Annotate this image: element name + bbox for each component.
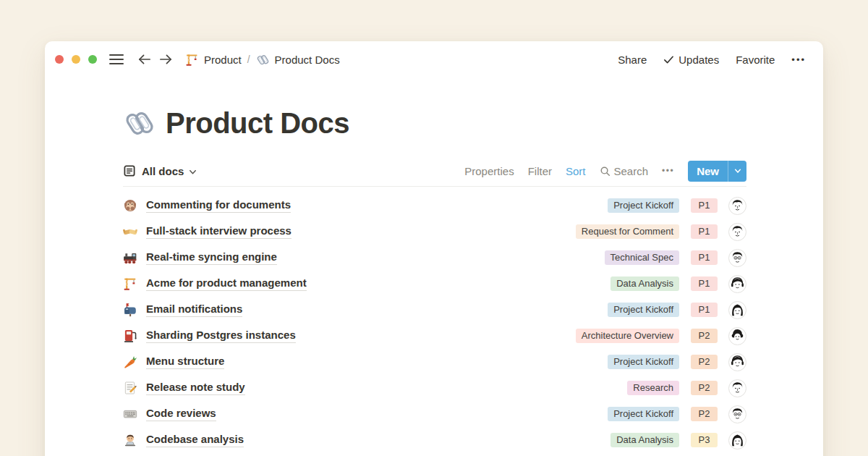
table-row[interactable]: Menu structure Project Kickoff P2 — [123, 349, 746, 375]
doc-tag[interactable]: Data Analysis — [610, 433, 679, 447]
new-button[interactable]: New — [688, 161, 746, 182]
doc-tag[interactable]: Research — [627, 381, 679, 395]
page-header: Product Docs — [123, 106, 746, 140]
doc-priority[interactable]: P3 — [691, 433, 718, 447]
doc-priority[interactable]: P1 — [691, 276, 718, 291]
doc-tag[interactable]: Project Kickoff — [608, 198, 679, 213]
page-content: Product Docs All docs Properties Filter … — [45, 106, 823, 453]
doc-tag[interactable]: Project Kickoff — [608, 355, 679, 369]
doc-priority[interactable]: P1 — [691, 224, 718, 239]
view-switcher-all-docs[interactable]: All docs — [123, 164, 197, 177]
table-row[interactable]: Release note study Research P2 — [123, 375, 746, 401]
table-row[interactable]: Sharding Postgres instances Architecture… — [123, 323, 746, 349]
more-options-icon[interactable]: ••• — [791, 54, 806, 65]
chevron-down-icon — [734, 167, 741, 174]
docs-table-body: Commenting for documents Project Kickoff… — [123, 193, 746, 453]
updates-label: Updates — [678, 54, 719, 66]
table-row[interactable]: Code reviews Project Kickoff P2 — [123, 401, 746, 427]
doc-title[interactable]: Codebase analysis — [146, 433, 244, 447]
doc-title[interactable]: Email notifications — [146, 303, 242, 317]
doc-priority[interactable]: P2 — [691, 407, 718, 421]
table-row[interactable]: Acme for product management Data Analysi… — [123, 271, 746, 297]
favorite-button[interactable]: Favorite — [736, 54, 775, 66]
doc-priority[interactable]: P2 — [691, 355, 718, 369]
forward-arrow-icon[interactable] — [159, 54, 173, 65]
app-window: Product / Product Docs Share Updates Fav… — [45, 41, 823, 456]
view-toolbar: All docs Properties Filter Sort Search •… — [123, 159, 746, 182]
topbar-actions: Share Updates Favorite ••• — [618, 54, 806, 66]
sort-button[interactable]: Sort — [566, 165, 586, 177]
doc-tag[interactable]: Technical Spec — [605, 250, 679, 265]
doc-title[interactable]: Code reviews — [146, 407, 216, 421]
avatar[interactable] — [728, 301, 746, 319]
new-button-dropdown[interactable] — [728, 161, 746, 182]
maximize-window-button[interactable] — [88, 55, 97, 64]
carrot-icon — [123, 355, 137, 369]
doc-title[interactable]: Full-stack interview process — [146, 224, 292, 239]
avatar[interactable] — [728, 223, 746, 241]
avatar[interactable] — [728, 249, 746, 267]
fuelpump-icon — [123, 329, 137, 343]
doc-priority[interactable]: P1 — [691, 303, 718, 317]
table-row[interactable]: Full-stack interview process Request for… — [123, 219, 746, 245]
back-arrow-icon[interactable] — [137, 54, 151, 65]
table-row[interactable]: Commenting for documents Project Kickoff… — [123, 193, 746, 219]
doc-title[interactable]: Real-time syncing engine — [146, 250, 277, 265]
breadcrumb-product[interactable]: Product — [185, 53, 242, 67]
doc-priority[interactable]: P1 — [691, 198, 718, 213]
window-controls — [55, 55, 97, 64]
toolbar-actions: Properties Filter Sort Search ••• New — [464, 161, 746, 182]
sidebar-menu-icon[interactable] — [109, 54, 124, 65]
view-label: All docs — [142, 165, 184, 177]
page-title[interactable]: Product Docs — [166, 107, 349, 140]
search-icon — [600, 166, 610, 177]
new-button-label[interactable]: New — [688, 161, 728, 182]
doc-tag[interactable]: Data Analysis — [610, 276, 679, 291]
search-label: Search — [614, 165, 649, 177]
breadcrumb-product-docs[interactable]: Product Docs — [256, 53, 340, 67]
avatar[interactable] — [728, 275, 746, 293]
properties-button[interactable]: Properties — [464, 165, 514, 177]
avatar[interactable] — [728, 353, 746, 371]
filter-button[interactable]: Filter — [528, 165, 552, 177]
search-button[interactable]: Search — [600, 165, 649, 177]
avatar[interactable] — [728, 197, 746, 215]
crane-icon — [123, 276, 137, 291]
doc-title[interactable]: Release note study — [146, 381, 245, 395]
avatar[interactable] — [728, 431, 746, 449]
doc-title[interactable]: Acme for product management — [146, 276, 307, 291]
doc-tag[interactable]: Project Kickoff — [608, 407, 679, 421]
doc-priority[interactable]: P2 — [691, 381, 718, 395]
doc-tag[interactable]: Request for Comment — [576, 224, 679, 239]
paperclips-icon — [256, 53, 270, 67]
toolbar-more-icon[interactable]: ••• — [662, 166, 674, 176]
table-row[interactable]: Real-time syncing engine Technical Spec … — [123, 245, 746, 271]
updates-button[interactable]: Updates — [663, 54, 719, 66]
doc-priority[interactable]: P1 — [691, 250, 718, 265]
share-label: Share — [618, 54, 647, 66]
paperclips-icon[interactable] — [123, 106, 156, 140]
doc-title[interactable]: Menu structure — [146, 355, 224, 369]
doc-priority[interactable]: P2 — [691, 329, 718, 343]
toolbar-divider — [123, 186, 746, 187]
doc-title[interactable]: Commenting for documents — [146, 198, 291, 213]
doc-title[interactable]: Sharding Postgres instances — [146, 329, 296, 343]
close-window-button[interactable] — [55, 55, 64, 64]
technologist-icon — [123, 433, 137, 447]
table-row[interactable]: Codebase analysis Data Analysis P3 — [123, 427, 746, 453]
doc-tag[interactable]: Project Kickoff — [608, 303, 679, 317]
avatar[interactable] — [728, 379, 746, 397]
avatar[interactable] — [728, 327, 746, 345]
handshake-icon — [123, 224, 137, 239]
check-icon — [663, 54, 674, 65]
favorite-label: Favorite — [736, 54, 775, 66]
doc-tag[interactable]: Architecture Overview — [576, 329, 679, 343]
keyboard-icon — [123, 407, 137, 421]
monkey-icon — [123, 198, 137, 213]
document-list-icon — [123, 164, 136, 177]
table-row[interactable]: Email notifications Project Kickoff P1 — [123, 297, 746, 323]
memo-icon — [123, 381, 137, 395]
avatar[interactable] — [728, 405, 746, 423]
minimize-window-button[interactable] — [72, 55, 80, 64]
share-button[interactable]: Share — [618, 54, 647, 66]
